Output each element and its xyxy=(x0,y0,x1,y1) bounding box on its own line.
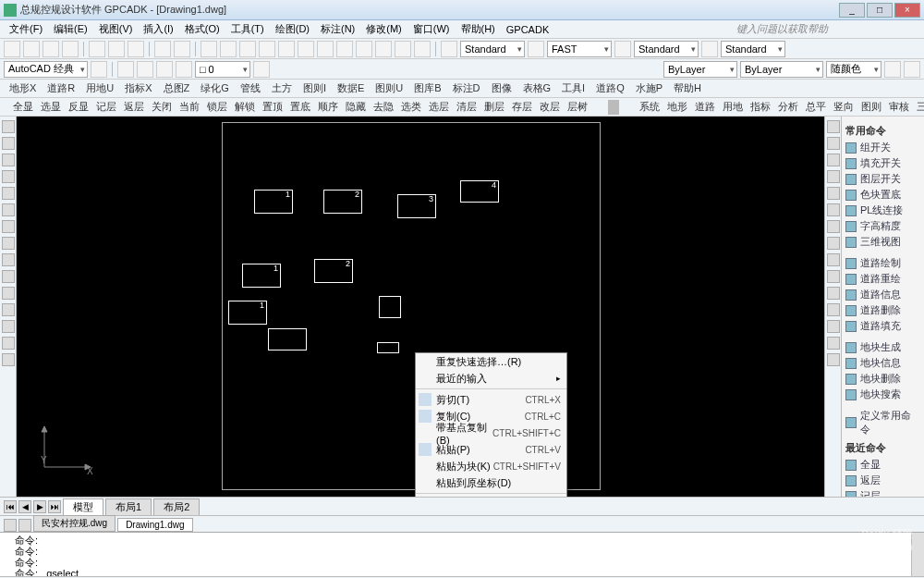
line-icon[interactable] xyxy=(2,120,15,133)
domain-tab[interactable]: 管线 xyxy=(235,81,266,95)
file-tab-2[interactable]: Drawing1.dwg xyxy=(117,518,192,532)
domain-tab[interactable]: 工具I xyxy=(556,81,590,95)
side-item[interactable]: 全显 xyxy=(845,457,920,473)
tool-icon[interactable] xyxy=(239,41,256,57)
scale-icon[interactable] xyxy=(827,237,840,250)
spline-icon[interactable] xyxy=(2,220,15,233)
domain-op[interactable]: 竖向 xyxy=(830,100,857,114)
tool-icon[interactable] xyxy=(2,353,15,366)
move-icon[interactable] xyxy=(827,203,840,216)
domain-tab[interactable]: 地形X xyxy=(4,81,42,95)
menu-insert[interactable]: 插入(I) xyxy=(138,22,178,36)
offset-icon[interactable] xyxy=(827,170,840,183)
close-button[interactable]: × xyxy=(894,3,920,18)
domain-tab[interactable]: 总图Z xyxy=(158,81,196,95)
tool-icon[interactable] xyxy=(827,353,840,366)
side-item[interactable]: 色块置底 xyxy=(845,187,920,203)
open-icon[interactable] xyxy=(23,41,40,57)
domain-tab[interactable]: 道路Q xyxy=(590,81,630,95)
domain-op[interactable]: 系统 xyxy=(636,100,663,114)
undo-icon[interactable] xyxy=(154,41,171,57)
layer-op[interactable]: 当前 xyxy=(176,100,203,114)
ctx-item[interactable]: 粘贴为块(K)CTRL+SHIFT+V xyxy=(416,458,566,474)
tool-icon[interactable] xyxy=(375,41,392,57)
table-icon[interactable] xyxy=(614,41,631,57)
menu-window[interactable]: 窗口(W) xyxy=(407,22,456,36)
side-item[interactable]: 记层 xyxy=(845,488,920,497)
side-item[interactable]: 地块生成 xyxy=(845,339,920,355)
menu-draw[interactable]: 绘图(D) xyxy=(270,22,315,36)
drawing-rect[interactable] xyxy=(268,328,307,350)
region-icon[interactable] xyxy=(2,303,15,316)
pan-icon[interactable] xyxy=(220,41,237,57)
domain-tab[interactable]: 表格G xyxy=(517,81,557,95)
ml-icon[interactable] xyxy=(701,41,718,57)
copy-icon[interactable] xyxy=(108,41,125,57)
tab-layout2[interactable]: 布局2 xyxy=(153,498,200,515)
text-icon[interactable] xyxy=(2,253,15,266)
drawing-rect[interactable]: 3 xyxy=(397,194,436,218)
zoom-icon[interactable] xyxy=(201,41,217,57)
ltype-combo[interactable]: ByLayer xyxy=(740,61,823,78)
menu-file[interactable]: 文件(F) xyxy=(4,22,48,36)
command-area[interactable]: 命令: 命令: 命令: 命令: _qselect 命令: xyxy=(0,532,924,576)
side-item[interactable]: 道路绘制 xyxy=(845,255,920,271)
file-tab-1[interactable]: 民安村控规.dwg xyxy=(33,515,116,532)
ctx-item[interactable]: 最近的输入 xyxy=(416,370,566,387)
domain-tab[interactable]: 道路R xyxy=(42,81,80,95)
ctx-item[interactable]: 带基点复制(B)CTRL+SHIFT+C xyxy=(416,424,566,441)
point-icon[interactable] xyxy=(2,287,15,300)
tool-icon[interactable] xyxy=(884,61,901,78)
textstyle-combo[interactable]: Standard xyxy=(460,41,525,57)
tool-icon[interactable] xyxy=(356,41,372,57)
cmd-scrollbar[interactable] xyxy=(911,533,924,576)
tab-layout1[interactable]: 布局1 xyxy=(105,498,152,515)
layer-combo[interactable]: □ 0 xyxy=(195,61,250,78)
layer-op[interactable]: 全显 xyxy=(9,100,37,114)
domain-tab[interactable]: 帮助H xyxy=(668,81,707,95)
ctx-item[interactable]: 粘贴(P)CTRL+V xyxy=(416,441,566,458)
tool-icon[interactable] xyxy=(259,41,275,57)
minimize-button[interactable]: _ xyxy=(839,3,865,18)
layer-op[interactable]: 置底 xyxy=(286,100,314,114)
drawing-rect[interactable]: 2 xyxy=(323,190,362,214)
ellipse-icon[interactable] xyxy=(2,203,15,216)
layer-op[interactable]: 层树 xyxy=(564,100,591,114)
side-item[interactable]: 组开关 xyxy=(845,140,920,155)
layer-op[interactable]: 存层 xyxy=(508,100,536,114)
tool-icon[interactable] xyxy=(2,337,15,350)
pline-icon[interactable] xyxy=(2,137,15,150)
layer-op[interactable]: 隐藏 xyxy=(342,100,370,114)
tablestyle-combo[interactable]: Standard xyxy=(634,41,699,57)
drawing-rect[interactable] xyxy=(377,342,399,353)
domain-tab[interactable]: 图像 xyxy=(486,81,517,95)
menu-edit[interactable]: 编辑(E) xyxy=(48,22,93,36)
layer-op[interactable]: 解锁 xyxy=(231,100,259,114)
ftab-next-icon[interactable] xyxy=(18,519,31,532)
ctx-item[interactable]: 粘贴到原坐标(D) xyxy=(416,474,566,491)
domain-tab[interactable]: 图库B xyxy=(408,81,446,95)
domain-op[interactable]: 用地 xyxy=(719,100,747,114)
domain-tab[interactable]: 绿化G xyxy=(195,81,235,95)
menu-format[interactable]: 格式(O) xyxy=(179,22,225,36)
tab-prev-icon[interactable]: ◀ xyxy=(18,500,31,513)
drawing-rect[interactable]: 2 xyxy=(314,259,353,283)
dim-icon[interactable] xyxy=(528,41,544,57)
side-item[interactable]: 地块搜索 xyxy=(845,387,920,402)
new-icon[interactable] xyxy=(4,41,20,57)
side-item[interactable]: 三维视图 xyxy=(845,234,920,250)
tool-icon[interactable] xyxy=(2,320,15,333)
layer-op[interactable]: 锁层 xyxy=(203,100,231,114)
menu-tools[interactable]: 工具(T) xyxy=(225,22,270,36)
tool-icon[interactable] xyxy=(298,41,314,57)
arc-icon[interactable] xyxy=(2,170,15,183)
ctx-item[interactable]: 放弃(U) 快速选择 xyxy=(416,496,566,497)
circle-icon[interactable] xyxy=(2,154,15,166)
layer-op[interactable]: 选显 xyxy=(37,100,65,114)
dimstyle-combo[interactable]: FAST xyxy=(547,41,612,57)
drawing-rect[interactable]: 1 xyxy=(254,190,293,214)
copy-icon[interactable] xyxy=(827,137,840,150)
layer-op[interactable]: 删层 xyxy=(480,100,508,114)
block-icon[interactable] xyxy=(2,270,15,283)
domain-op[interactable]: 地形 xyxy=(663,100,691,114)
